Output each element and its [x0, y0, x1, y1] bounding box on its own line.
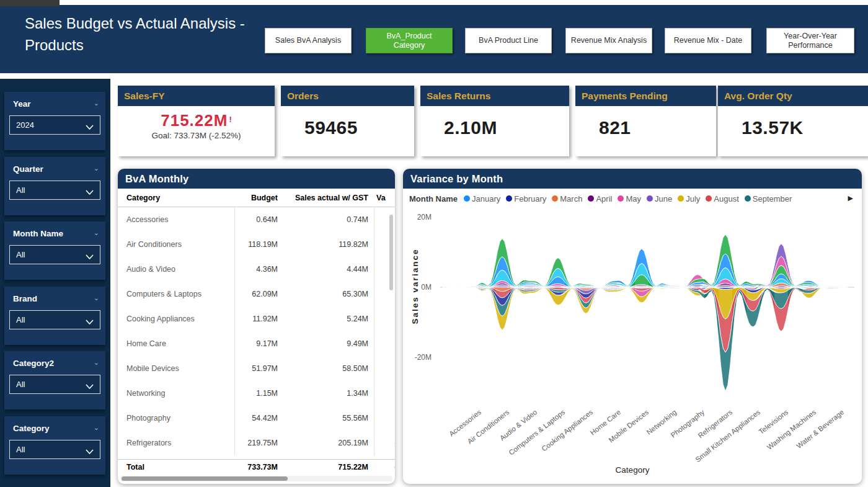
table-row[interactable]: Air Conditioners118.19M119.82M1.63M: [118, 232, 395, 257]
legend-item-september[interactable]: September: [745, 194, 792, 203]
kpi-value: 821: [599, 117, 716, 138]
legend-item-june[interactable]: June: [647, 194, 672, 203]
legend-dot-icon: [647, 195, 653, 202]
scrollbar-thumb[interactable]: [122, 476, 288, 481]
filter-label: Brand: [13, 294, 37, 303]
streamgraph-chart[interactable]: [432, 207, 858, 407]
cell-category: Networking: [126, 389, 166, 398]
legend-item-april[interactable]: April: [588, 194, 612, 203]
filter-label: Quarter: [13, 164, 43, 174]
cell-variance: 0.19M: [376, 389, 395, 398]
chevron-down-icon[interactable]: ⌄: [94, 424, 99, 432]
kpi-card-avg-order-qty: Avg. Order Qty13.57K: [718, 86, 868, 156]
total-label: Total: [126, 463, 144, 471]
legend-item-march[interactable]: March: [552, 194, 582, 203]
filter-dropdown-category[interactable]: All: [9, 440, 100, 459]
legend-item-february[interactable]: February: [506, 194, 546, 203]
table-vertical-scrollbar[interactable]: [389, 215, 393, 290]
filter-value: 2024: [16, 120, 34, 130]
legend-dot-icon: [706, 195, 712, 202]
legend-item-may[interactable]: May: [618, 194, 641, 203]
table-row[interactable]: Cooking Appliances11.92M5.24M-6.68M: [118, 306, 395, 331]
cell-category: Audio & Video: [126, 265, 175, 274]
nav-button-bva-product-line[interactable]: BvA Product Line: [465, 28, 552, 53]
bva-panel-title: BvA Monthly: [118, 169, 395, 189]
filter-dropdown-brand[interactable]: All: [9, 310, 100, 329]
filter-label: Category2: [13, 359, 54, 368]
window-corner-tab: [0, 0, 60, 6]
filter-dropdown-quarter[interactable]: All: [9, 181, 100, 200]
chevron-down-icon: [86, 122, 94, 132]
table-row[interactable]: Accessories0.64M0.74M0.10M: [118, 207, 395, 232]
filter-dropdown-year[interactable]: 2024: [9, 115, 100, 135]
cell-variance: 0.32M: [376, 339, 395, 348]
variance-panel-title: Variance by Month: [403, 169, 862, 189]
cell-variance: -6.68M: [376, 315, 395, 323]
cell-actual: 58.50M: [269, 364, 368, 373]
cell-category: Photography: [126, 414, 170, 422]
bva-monthly-panel: BvA Monthly Category Budget Sales actual…: [118, 169, 395, 484]
nav-button-year-over-year-performance[interactable]: Year-Over-Year Performance: [766, 28, 854, 53]
legend-dot-icon: [745, 195, 751, 202]
cell-category: Mobile Devices: [126, 364, 179, 373]
category-highlight-stripe: [802, 207, 816, 407]
nav-button-revenue-mix-date[interactable]: Revenue Mix - Date: [665, 28, 751, 53]
cell-budget: 62.09M: [216, 290, 278, 298]
filter-value: All: [16, 250, 25, 259]
legend-item-august[interactable]: August: [706, 194, 738, 203]
kpi-value-block: 715.22M!Goal: 733.73M (-2.52%): [118, 106, 275, 140]
table-row[interactable]: Refrigerators219.75M205.19M-14.56M: [118, 431, 395, 455]
nav-button-revenue-mix-analysis[interactable]: Revenue Mix Analysis: [565, 28, 652, 53]
table-horizontal-scrollbar[interactable]: [120, 476, 392, 481]
nav-button-sales-bva-analysis[interactable]: Sales BvA Analysis: [265, 28, 352, 53]
chevron-down-icon[interactable]: ⌄: [94, 294, 99, 302]
chevron-down-icon[interactable]: ⌄: [94, 99, 99, 107]
filter-label: Category: [13, 424, 50, 433]
cell-variance: 1.14M: [376, 414, 395, 422]
cell-budget: 219.75M: [216, 439, 278, 447]
legend-item-july[interactable]: July: [678, 194, 700, 203]
nav-button-bva-product-category[interactable]: BvA_Product Category: [366, 28, 453, 53]
legend-dot-icon: [618, 195, 624, 202]
cell-actual: 5.24M: [269, 315, 368, 323]
table-row[interactable]: Networking1.15M1.34M0.19M: [118, 381, 395, 406]
table-row[interactable]: Computers & Laptops62.09M65.30M3.21M: [118, 282, 395, 306]
cell-category: Computers & Laptops: [126, 290, 202, 298]
kpi-card-orders: Orders59465: [281, 86, 414, 156]
cell-actual: 65.30M: [269, 290, 368, 298]
table-row[interactable]: Photography54.42M55.56M1.14M: [118, 406, 395, 431]
col-header-variance[interactable]: Va: [376, 194, 386, 202]
category-highlight-stripe: [691, 207, 704, 407]
chevron-down-icon[interactable]: ⌄: [94, 164, 99, 172]
legend-items: JanuaryFebruaryMarchAprilMayJuneJulyAugu…: [464, 194, 797, 203]
cell-budget: 1.15M: [216, 389, 278, 398]
legend-item-label: May: [626, 194, 641, 203]
table-row[interactable]: Mobile Devices51.97M58.50M6.53M: [118, 356, 395, 381]
kpi-value: 715.22M: [161, 111, 228, 130]
category-highlight-stripe: [635, 207, 649, 407]
legend-dot-icon: [464, 195, 470, 202]
category-highlight-stripe: [523, 207, 537, 407]
table-row[interactable]: Audio & Video4.36M4.44M0.08M: [118, 257, 395, 282]
col-header-sales-actual[interactable]: Sales actual w/ GST: [269, 194, 368, 202]
chevron-down-icon: [86, 252, 94, 261]
table-header-row: Category Budget Sales actual w/ GST Va: [118, 189, 395, 207]
col-header-budget[interactable]: Budget: [216, 194, 278, 202]
chevron-down-icon: [86, 382, 94, 391]
legend-title: Month Name: [409, 194, 458, 203]
chevron-down-icon[interactable]: ⌄: [94, 229, 99, 237]
filter-dropdown-category2[interactable]: All: [9, 375, 100, 394]
cell-actual: 119.82M: [269, 240, 368, 249]
table-row[interactable]: Home Care9.17M9.49M0.32M: [118, 331, 395, 356]
cell-variance: 3.21M: [376, 290, 395, 298]
legend-item-label: March: [560, 194, 582, 203]
filter-dropdown-month-name[interactable]: All: [9, 245, 100, 264]
category-highlight-stripe: [607, 207, 621, 407]
chevron-down-icon[interactable]: ⌄: [94, 359, 99, 367]
y-tick-label: 0M: [407, 283, 432, 292]
kpi-card-sales-fy: Sales-FY715.22M!Goal: 733.73M (-2.52%): [118, 86, 275, 156]
cell-budget: 4.36M: [216, 265, 278, 274]
legend-item-january[interactable]: January: [464, 194, 500, 203]
col-header-category[interactable]: Category: [126, 194, 160, 202]
cell-category: Refrigerators: [126, 439, 171, 447]
